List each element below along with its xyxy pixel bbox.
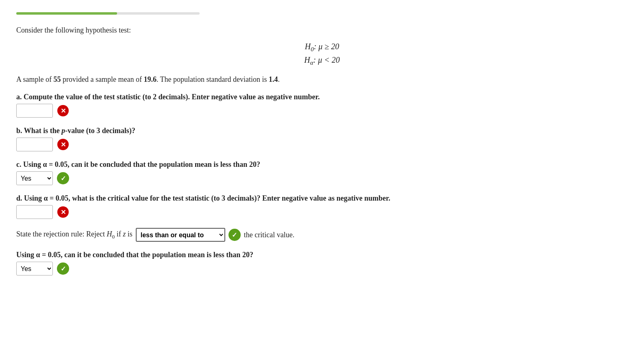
part-a-question: Compute the value of the test statistic … xyxy=(24,93,320,101)
final-conclusion-question: Using α = 0.05, can it be concluded that… xyxy=(16,251,628,259)
rejection-rule-suffix: the critical value. xyxy=(244,231,294,239)
part-d-status-icon: ✕ xyxy=(57,206,69,218)
part-c-question: Using α = 0.05, can it be concluded that… xyxy=(23,160,260,168)
hypothesis-ha: Hα: μ < 20 xyxy=(16,55,628,66)
rejection-rule-status-icon: ✓ xyxy=(228,229,241,241)
part-b-red-x: ✕ xyxy=(57,139,69,150)
hypothesis-h0: H0: μ ≥ 20 xyxy=(16,42,628,53)
part-a-red-x: ✕ xyxy=(57,105,69,116)
part-a-answer-row: ✕ xyxy=(16,104,628,118)
part-a-status-icon: ✕ xyxy=(57,105,69,117)
progress-bar-container xyxy=(16,12,200,15)
final-conclusion-text: Using α = 0.05, can it be concluded that… xyxy=(16,251,253,259)
part-b-section: b. What is the p-value (to 3 decimals)? … xyxy=(16,127,628,151)
part-d-answer-row: ✕ xyxy=(16,205,628,219)
part-c-select[interactable]: Yes No xyxy=(16,171,53,185)
hypothesis-block: H0: μ ≥ 20 Hα: μ < 20 xyxy=(16,42,628,66)
final-conclusion-green-check: ✓ xyxy=(57,262,69,275)
part-d-section: d. Using α = 0.05, what is the critical … xyxy=(16,194,628,219)
part-b-input[interactable] xyxy=(16,138,53,151)
part-d-question: Using α = 0.05, what is the critical val… xyxy=(24,194,390,202)
part-c-status-icon: ✓ xyxy=(57,172,69,184)
part-b-answer-row: ✕ xyxy=(16,138,628,151)
part-a-section: a. Compute the value of the test statist… xyxy=(16,93,628,118)
part-d-input[interactable] xyxy=(16,205,53,219)
part-c-label: c. Using α = 0.05, can it be concluded t… xyxy=(16,160,628,169)
final-conclusion-answer-row: Yes No ✓ xyxy=(16,262,628,276)
part-d-label: d. Using α = 0.05, what is the critical … xyxy=(16,194,628,203)
part-a-input[interactable] xyxy=(16,104,53,118)
rejection-rule-green-check: ✓ xyxy=(228,229,241,241)
part-d-red-x: ✕ xyxy=(57,206,69,218)
rejection-rule-row: State the rejection rule: Reject H0 if z… xyxy=(16,228,628,242)
intro-text: Consider the following hypothesis test: xyxy=(16,26,628,35)
part-a-label: a. Compute the value of the test statist… xyxy=(16,93,628,101)
progress-bar-fill xyxy=(16,12,117,15)
part-c-green-check: ✓ xyxy=(57,172,69,184)
part-b-status-icon: ✕ xyxy=(57,138,69,151)
rejection-rule-prefix: State the rejection rule: Reject H0 if z… xyxy=(16,230,133,240)
final-conclusion-section: Using α = 0.05, can it be concluded that… xyxy=(16,251,628,276)
part-c-answer-row: Yes No ✓ xyxy=(16,171,628,185)
final-conclusion-status-icon: ✓ xyxy=(57,262,69,275)
part-c-section: c. Using α = 0.05, can it be concluded t… xyxy=(16,160,628,185)
rejection-rule-select[interactable]: less than or equal to greater than or eq… xyxy=(136,228,225,242)
part-b-question: What is the p-value (to 3 decimals)? xyxy=(24,127,135,135)
part-b-label: b. What is the p-value (to 3 decimals)? xyxy=(16,127,628,135)
sample-info: A sample of 55 provided a sample mean of… xyxy=(16,75,628,84)
final-conclusion-select[interactable]: Yes No xyxy=(16,262,53,276)
